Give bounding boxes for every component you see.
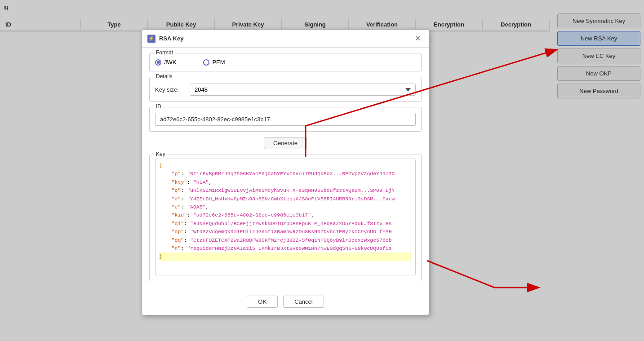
pem-radio[interactable] (203, 59, 209, 66)
jwk-label: JWK (164, 59, 176, 66)
details-label: Details (154, 73, 174, 80)
details-group: Details Key size: 2048 1024 3072 4096 (149, 77, 422, 102)
key-size-row: Key size: 2048 1024 3072 4096 (155, 84, 416, 96)
key-json-display: { "p": "8IirPvBpRMrJ6qT906KYacP6jCaDYPYx… (159, 162, 412, 261)
modal-close-button[interactable]: ✕ (412, 33, 423, 44)
modal-titlebar: ⚡ RSA Key ✕ (142, 30, 429, 48)
jwk-radio[interactable] (155, 59, 161, 66)
id-input[interactable] (155, 113, 416, 126)
format-jwk-option[interactable]: JWK (155, 59, 176, 66)
format-group: Format JWK PEM (149, 53, 422, 71)
cancel-button[interactable]: Cancel (283, 296, 324, 308)
id-label: ID (154, 103, 163, 110)
key-group: Key { "p": "8IirPvBpRMrJ6qT906KYacP6jCaD… (149, 155, 422, 281)
key-size-label: Key size: (155, 86, 184, 93)
generate-btn-container: Generate (149, 137, 422, 149)
key-content-area[interactable]: { "p": "8IirPvBpRMrJ6qT906KYacP6jCaDYPYx… (155, 159, 416, 275)
format-label: Format (154, 49, 175, 56)
id-group: ID (149, 107, 422, 132)
modal-title: RSA Key (159, 35, 409, 42)
modal-footer: OK Cancel (142, 292, 429, 308)
rsa-key-modal: ⚡ RSA Key ✕ Format JWK PEM Details K (142, 29, 429, 315)
format-radio-group: JWK PEM (155, 59, 416, 66)
pem-label: PEM (212, 59, 225, 66)
generate-button[interactable]: Generate (264, 137, 307, 149)
key-size-select[interactable]: 2048 1024 3072 4096 (190, 84, 416, 96)
format-pem-option[interactable]: PEM (203, 59, 225, 66)
modal-body: Format JWK PEM Details Key size: 2048 10… (142, 48, 429, 292)
rsa-key-icon: ⚡ (147, 35, 155, 43)
ok-button[interactable]: OK (247, 296, 278, 308)
key-label: Key (154, 151, 167, 157)
